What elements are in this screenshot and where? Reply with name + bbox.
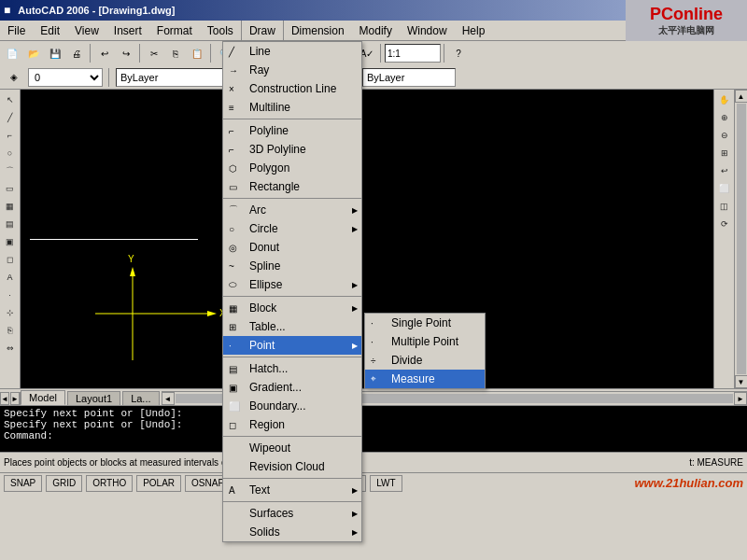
tab-prev[interactable]: ◄ (0, 392, 9, 405)
submenu-single-point[interactable]: · Single Point (365, 314, 485, 332)
tb-new[interactable]: 📄 (2, 43, 22, 63)
tb-undo[interactable]: ↩ (94, 43, 115, 63)
scroll-down[interactable]: ▼ (735, 375, 748, 388)
menu-modify[interactable]: Modify (352, 21, 400, 40)
status-polar[interactable]: POLAR (136, 475, 181, 492)
menu-surfaces[interactable]: Surfaces (223, 504, 361, 523)
svg-marker-2 (207, 311, 217, 316)
menu-point[interactable]: · Point (223, 336, 361, 355)
lt-insert[interactable]: ▦ (2, 198, 19, 215)
lt-copy2[interactable]: ⎘ (2, 322, 19, 339)
menu-insert[interactable]: Insert (106, 21, 149, 40)
status-ortho[interactable]: ORTHO (86, 475, 133, 492)
menu-arc[interactable]: ⌒ Arc (223, 201, 361, 219)
tab-model[interactable]: Model (21, 390, 65, 405)
lt-mirror[interactable]: ⇔ (2, 340, 19, 357)
tb-redo[interactable]: ↪ (116, 43, 136, 63)
lt-hatch[interactable]: ▤ (2, 216, 19, 232)
scroll-up[interactable]: ▲ (735, 90, 748, 103)
scroll-left[interactable]: ◄ (162, 392, 175, 405)
menu-wipeout[interactable]: Wipeout (223, 439, 361, 457)
status-grid[interactable]: GRID (46, 475, 82, 492)
tb-open[interactable]: 📂 (23, 43, 44, 63)
tab-layout2[interactable]: La... (122, 391, 159, 405)
lt-line[interactable]: ╱ (2, 109, 19, 126)
rt-pan[interactable]: ✋ (716, 91, 733, 108)
menu-view[interactable]: View (67, 21, 106, 40)
rt-zoom-real[interactable]: ◫ (716, 198, 733, 215)
lt-point[interactable]: · (2, 287, 19, 303)
rt-zoom-out[interactable]: ⊖ (716, 127, 733, 144)
tab-next[interactable]: ► (10, 392, 20, 405)
tb-paste[interactable]: 📋 (187, 43, 207, 63)
rt-orbit[interactable]: ⟳ (716, 216, 733, 232)
menu-text[interactable]: A Text (223, 481, 361, 499)
lt-region[interactable]: ◻ (2, 251, 19, 268)
scroll-track-v (737, 104, 746, 374)
submenu-multiple-point[interactable]: · Multiple Point (365, 332, 485, 351)
menu-multiline[interactable]: ≡ Multiline (223, 98, 361, 117)
table-icon: ⊞ (229, 322, 236, 332)
menu-construction-line[interactable]: × Construction Line (223, 79, 361, 98)
layer-select[interactable]: 0 (28, 68, 103, 87)
rt-zoom-in[interactable]: ⊕ (716, 109, 733, 126)
menu-boundary[interactable]: ⬜ Boundary... (223, 397, 361, 415)
menu-table[interactable]: ⊞ Table... (223, 317, 361, 336)
menu-line[interactable]: ╱ Line (223, 42, 361, 61)
menu-dimension[interactable]: Dimension (284, 21, 352, 40)
rt-zoom-all[interactable]: ⊞ (716, 145, 733, 161)
boundary-icon: ⬜ (229, 401, 240, 412)
tb-help[interactable]: ? (448, 43, 469, 63)
layer-sep (108, 68, 110, 87)
menu-block[interactable]: ▦ Block (223, 299, 361, 317)
zoom-input[interactable]: 1:1 (385, 44, 441, 63)
tb-save[interactable]: 💾 (45, 43, 65, 63)
menu-edit[interactable]: Edit (33, 21, 67, 40)
tb-cut[interactable]: ✂ (144, 43, 164, 63)
statusbar: SNAP GRID ORTHO POLAR OSNAP OTRACK DUCS … (0, 472, 747, 493)
scroll-right[interactable]: ► (734, 392, 747, 405)
lt-select[interactable]: ↖ (2, 91, 19, 108)
menu-spline[interactable]: ~ Spline (223, 257, 361, 275)
menu-3d-polyline[interactable]: ⌐ 3D Polyline (223, 140, 361, 159)
menu-help[interactable]: Help (455, 21, 493, 40)
lt-gradient[interactable]: ▣ (2, 233, 19, 250)
menu-polyline[interactable]: ⌐ Polyline (223, 121, 361, 140)
submenu-measure[interactable]: ⌖ Measure (365, 370, 485, 388)
menu-donut[interactable]: ◎ Donut (223, 238, 361, 257)
menu-revision-cloud[interactable]: Revision Cloud (223, 457, 361, 476)
menu-file[interactable]: File (0, 21, 33, 40)
lt-mtext[interactable]: A (2, 269, 19, 286)
status-snap[interactable]: SNAP (4, 475, 42, 492)
menu-ray[interactable]: → Ray (223, 61, 361, 79)
menu-tools[interactable]: Tools (200, 21, 241, 40)
status-lwt[interactable]: LWT (370, 475, 402, 492)
menu-region[interactable]: ◻ Region (223, 415, 361, 434)
menu-solids[interactable]: Solids (223, 523, 361, 541)
menu-circle[interactable]: ○ Circle (223, 219, 361, 238)
menu-gradient[interactable]: ▣ Gradient... (223, 378, 361, 397)
lt-polyline[interactable]: ⌐ (2, 127, 19, 144)
rt-zoom-prev[interactable]: ↩ (716, 162, 733, 179)
lt-move[interactable]: ⊹ (2, 304, 19, 321)
rt-zoom-window[interactable]: ⬜ (716, 180, 733, 197)
text-icon: A (229, 485, 235, 496)
lt-circle[interactable]: ○ (2, 145, 19, 161)
submenu-divide[interactable]: ÷ Divide (365, 351, 485, 370)
menu-rectangle[interactable]: ▭ Rectangle (223, 177, 361, 196)
menu-window[interactable]: Window (400, 21, 455, 40)
layer-manager-btn[interactable]: ◈ (4, 67, 24, 88)
menu-draw[interactable]: Draw (241, 21, 284, 40)
menu-ellipse[interactable]: ⬭ Ellipse (223, 275, 361, 294)
tb-copy[interactable]: ⎘ (165, 43, 186, 63)
menu-polygon[interactable]: ⬡ Polygon (223, 159, 361, 177)
point-submenu: · Single Point · Multiple Point ÷ Divide… (364, 313, 486, 389)
lt-rectangle[interactable]: ▭ (2, 180, 19, 197)
menu-hatch[interactable]: ▤ Hatch... (223, 359, 361, 378)
menu-format[interactable]: Format (149, 21, 200, 40)
lt-arc[interactable]: ⌒ (2, 162, 19, 179)
tab-layout1[interactable]: Layout1 (67, 391, 120, 405)
titlebar-icon: ■ (4, 4, 10, 17)
tab-row: ◄ ► Model Layout1 La... ◄ ► (0, 388, 747, 405)
tb-print[interactable]: 🖨 (66, 43, 87, 63)
